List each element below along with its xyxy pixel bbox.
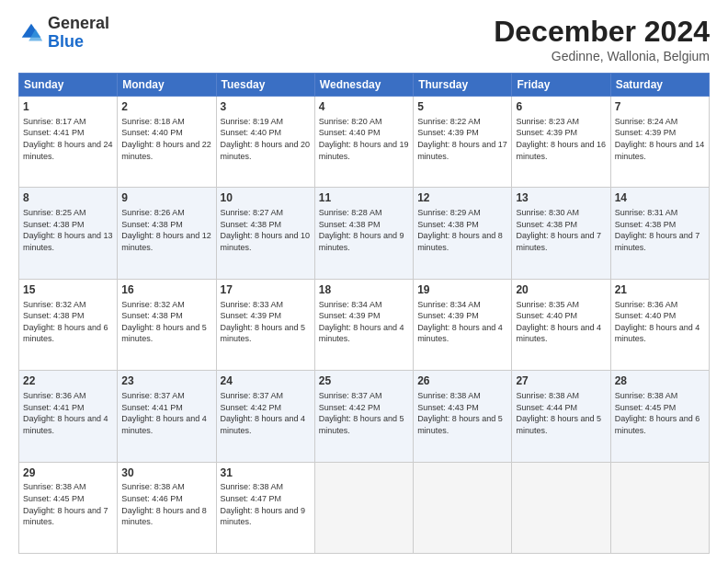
col-header-sunday: Sunday: [19, 74, 118, 97]
sunset-text: Sunset: 4:41 PM: [23, 128, 85, 137]
day-cell: [314, 462, 413, 553]
day-number: 4: [319, 99, 409, 115]
day-cell: 29Sunrise: 8:38 AMSunset: 4:45 PMDayligh…: [19, 462, 118, 553]
day-cell: 24Sunrise: 8:37 AMSunset: 4:42 PMDayligh…: [216, 371, 314, 462]
sunrise-text: Sunrise: 8:38 AM: [615, 391, 678, 400]
day-number: 16: [121, 282, 211, 298]
sunset-text: Sunset: 4:38 PM: [121, 220, 183, 229]
daylight-text: Daylight: 8 hours and 7 minutes.: [615, 231, 700, 252]
day-cell: 23Sunrise: 8:37 AMSunset: 4:41 PMDayligh…: [118, 371, 216, 462]
day-number: 22: [23, 373, 113, 389]
daylight-text: Daylight: 8 hours and 5 minutes.: [221, 323, 306, 344]
day-cell: 15Sunrise: 8:32 AMSunset: 4:38 PMDayligh…: [19, 279, 118, 370]
daylight-text: Daylight: 8 hours and 9 minutes.: [319, 231, 404, 252]
col-header-friday: Friday: [512, 74, 610, 97]
day-number: 3: [221, 99, 311, 115]
logo-blue: Blue: [48, 33, 109, 52]
daylight-text: Daylight: 8 hours and 12 minutes.: [121, 231, 211, 252]
calendar-table: SundayMondayTuesdayWednesdayThursdayFrid…: [18, 73, 710, 554]
sunset-text: Sunset: 4:39 PM: [417, 128, 479, 137]
day-cell: 19Sunrise: 8:34 AMSunset: 4:39 PMDayligh…: [414, 279, 512, 370]
daylight-text: Daylight: 8 hours and 5 minutes.: [319, 414, 404, 435]
sunset-text: Sunset: 4:38 PM: [23, 220, 85, 229]
sunrise-text: Sunrise: 8:29 AM: [417, 208, 481, 217]
day-cell: 30Sunrise: 8:38 AMSunset: 4:46 PMDayligh…: [118, 462, 216, 553]
sunrise-text: Sunrise: 8:36 AM: [23, 391, 86, 400]
day-cell: 7Sunrise: 8:24 AMSunset: 4:39 PMDaylight…: [610, 97, 709, 188]
daylight-text: Daylight: 8 hours and 20 minutes.: [221, 140, 311, 161]
day-number: 26: [417, 373, 507, 389]
daylight-text: Daylight: 8 hours and 8 minutes.: [121, 506, 207, 527]
day-cell: 22Sunrise: 8:36 AMSunset: 4:41 PMDayligh…: [19, 371, 118, 462]
day-number: 28: [615, 373, 705, 389]
sunset-text: Sunset: 4:42 PM: [221, 403, 282, 412]
daylight-text: Daylight: 8 hours and 19 minutes.: [319, 140, 409, 161]
sunrise-text: Sunrise: 8:24 AM: [615, 117, 678, 126]
sunset-text: Sunset: 4:45 PM: [615, 403, 677, 412]
sunset-text: Sunset: 4:41 PM: [23, 403, 85, 412]
day-number: 2: [121, 99, 211, 115]
day-cell: 13Sunrise: 8:30 AMSunset: 4:38 PMDayligh…: [512, 188, 610, 279]
sunset-text: Sunset: 4:41 PM: [121, 403, 183, 412]
day-cell: 14Sunrise: 8:31 AMSunset: 4:38 PMDayligh…: [610, 188, 709, 279]
sunset-text: Sunset: 4:38 PM: [121, 311, 183, 320]
daylight-text: Daylight: 8 hours and 7 minutes.: [23, 506, 108, 527]
logo-general: General: [48, 15, 109, 33]
col-header-saturday: Saturday: [610, 74, 709, 97]
sunrise-text: Sunrise: 8:37 AM: [121, 391, 185, 400]
week-row-5: 29Sunrise: 8:38 AMSunset: 4:45 PMDayligh…: [19, 462, 710, 553]
logo: General Blue: [18, 15, 109, 52]
col-header-thursday: Thursday: [414, 74, 512, 97]
daylight-text: Daylight: 8 hours and 8 minutes.: [417, 231, 503, 252]
day-cell: 2Sunrise: 8:18 AMSunset: 4:40 PMDaylight…: [118, 97, 216, 188]
sunrise-text: Sunrise: 8:31 AM: [615, 208, 678, 217]
sunset-text: Sunset: 4:38 PM: [417, 220, 479, 229]
daylight-text: Daylight: 8 hours and 24 minutes.: [23, 140, 113, 161]
day-number: 9: [121, 190, 211, 206]
day-number: 14: [615, 190, 705, 206]
daylight-text: Daylight: 8 hours and 5 minutes.: [121, 323, 207, 344]
sunset-text: Sunset: 4:38 PM: [516, 220, 577, 229]
day-cell: 9Sunrise: 8:26 AMSunset: 4:38 PMDaylight…: [118, 188, 216, 279]
daylight-text: Daylight: 8 hours and 4 minutes.: [417, 323, 503, 344]
sunrise-text: Sunrise: 8:32 AM: [121, 300, 185, 309]
sunrise-text: Sunrise: 8:17 AM: [23, 117, 86, 126]
daylight-text: Daylight: 8 hours and 5 minutes.: [516, 414, 601, 435]
day-number: 21: [615, 282, 705, 298]
sunrise-text: Sunrise: 8:34 AM: [417, 300, 481, 309]
day-cell: 21Sunrise: 8:36 AMSunset: 4:40 PMDayligh…: [610, 279, 709, 370]
day-number: 27: [516, 373, 606, 389]
daylight-text: Daylight: 8 hours and 13 minutes.: [23, 231, 113, 252]
daylight-text: Daylight: 8 hours and 14 minutes.: [615, 140, 705, 161]
day-cell: 28Sunrise: 8:38 AMSunset: 4:45 PMDayligh…: [610, 371, 709, 462]
col-header-monday: Monday: [118, 74, 216, 97]
sunset-text: Sunset: 4:44 PM: [516, 403, 577, 412]
day-number: 23: [121, 373, 211, 389]
day-cell: 25Sunrise: 8:37 AMSunset: 4:42 PMDayligh…: [314, 371, 413, 462]
day-number: 19: [417, 282, 507, 298]
day-number: 25: [319, 373, 409, 389]
day-cell: 12Sunrise: 8:29 AMSunset: 4:38 PMDayligh…: [414, 188, 512, 279]
sunrise-text: Sunrise: 8:28 AM: [319, 208, 382, 217]
daylight-text: Daylight: 8 hours and 4 minutes.: [319, 323, 404, 344]
sunset-text: Sunset: 4:39 PM: [516, 128, 577, 137]
sunset-text: Sunset: 4:45 PM: [23, 494, 85, 503]
sunset-text: Sunset: 4:39 PM: [615, 128, 677, 137]
header: General Blue December 2024 Gedinne, Wall…: [18, 15, 710, 63]
sunset-text: Sunset: 4:46 PM: [121, 494, 183, 503]
day-cell: 26Sunrise: 8:38 AMSunset: 4:43 PMDayligh…: [414, 371, 512, 462]
sunrise-text: Sunrise: 8:19 AM: [221, 117, 284, 126]
day-number: 10: [221, 190, 311, 206]
sunset-text: Sunset: 4:40 PM: [319, 128, 381, 137]
sunrise-text: Sunrise: 8:37 AM: [319, 391, 382, 400]
sunrise-text: Sunrise: 8:33 AM: [221, 300, 284, 309]
sunrise-text: Sunrise: 8:35 AM: [516, 300, 579, 309]
sunset-text: Sunset: 4:39 PM: [319, 311, 381, 320]
day-cell: [414, 462, 512, 553]
sunset-text: Sunset: 4:38 PM: [615, 220, 677, 229]
day-cell: 31Sunrise: 8:38 AMSunset: 4:47 PMDayligh…: [216, 462, 314, 553]
day-cell: 1Sunrise: 8:17 AMSunset: 4:41 PMDaylight…: [19, 97, 118, 188]
day-number: 1: [23, 99, 113, 115]
logo-icon: [18, 20, 44, 46]
day-cell: [512, 462, 610, 553]
